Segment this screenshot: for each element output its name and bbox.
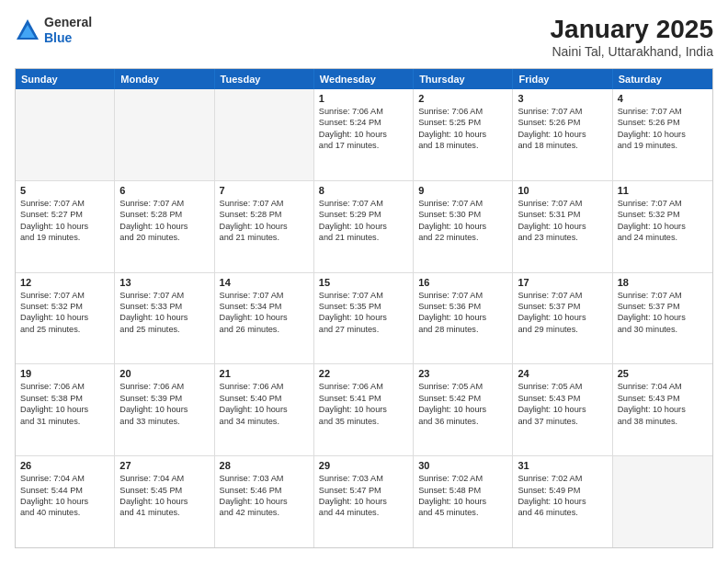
calendar-cell: 30Sunrise: 7:02 AMSunset: 5:48 PMDayligh… [414, 456, 513, 547]
cell-info-line: and 34 minutes. [220, 416, 309, 427]
cell-info-line: and 30 minutes. [618, 324, 708, 335]
cell-info-line: Sunrise: 7:07 AM [220, 198, 309, 209]
calendar-cell: 3Sunrise: 7:07 AMSunset: 5:26 PMDaylight… [513, 89, 612, 180]
day-number: 1 [319, 93, 408, 104]
cell-info-line: Daylight: 10 hours [518, 496, 607, 507]
cell-info-line: and 41 minutes. [119, 507, 209, 518]
cell-info-line: and 19 minutes. [618, 140, 708, 151]
cell-info-line: Daylight: 10 hours [418, 312, 507, 323]
day-number: 22 [319, 368, 408, 379]
calendar-cell: 18Sunrise: 7:07 AMSunset: 5:37 PMDayligh… [613, 273, 712, 364]
cell-info-line: and 42 minutes. [220, 507, 309, 518]
cell-info-line: Sunrise: 7:07 AM [618, 106, 708, 117]
cell-info-line: Sunset: 5:34 PM [220, 301, 309, 312]
day-number: 16 [418, 277, 507, 288]
cell-info-line: Sunset: 5:33 PM [119, 301, 209, 312]
cell-info-line: Sunset: 5:28 PM [119, 209, 209, 220]
calendar-cell: 16Sunrise: 7:07 AMSunset: 5:36 PMDayligh… [414, 273, 513, 364]
cell-info-line: Daylight: 10 hours [220, 312, 309, 323]
cell-info-line: Sunset: 5:43 PM [618, 393, 708, 404]
calendar-header-cell: Monday [115, 69, 214, 89]
cell-info-line: Sunset: 5:40 PM [220, 393, 309, 404]
cell-info-line: and 27 minutes. [319, 324, 408, 335]
day-number: 5 [20, 185, 109, 196]
calendar-cell: 31Sunrise: 7:02 AMSunset: 5:49 PMDayligh… [513, 456, 612, 547]
calendar-header-cell: Sunday [16, 69, 115, 89]
day-number: 6 [119, 185, 209, 196]
cell-info-line: Sunrise: 7:07 AM [319, 290, 408, 301]
cell-info-line: Sunset: 5:24 PM [319, 117, 408, 128]
calendar-cell: 26Sunrise: 7:04 AMSunset: 5:44 PMDayligh… [16, 456, 115, 547]
cell-info-line: Daylight: 10 hours [20, 496, 109, 507]
calendar-cell: 15Sunrise: 7:07 AMSunset: 5:35 PMDayligh… [314, 273, 414, 364]
cell-info-line: Sunset: 5:41 PM [319, 393, 408, 404]
day-number: 25 [618, 368, 708, 379]
cell-info-line: Daylight: 10 hours [20, 404, 109, 415]
cell-info-line: Sunset: 5:39 PM [119, 393, 209, 404]
cell-info-line: Daylight: 10 hours [418, 404, 507, 415]
calendar-cell: 2Sunrise: 7:06 AMSunset: 5:25 PMDaylight… [414, 89, 513, 180]
cell-info-line: Sunset: 5:25 PM [418, 117, 507, 128]
day-number: 9 [418, 185, 507, 196]
cell-info-line: Sunrise: 7:04 AM [20, 473, 109, 484]
logo-general-text: General [44, 15, 92, 30]
cell-info-line: Sunrise: 7:03 AM [220, 473, 309, 484]
cell-info-line: and 23 minutes. [518, 232, 607, 243]
cell-info-line: and 44 minutes. [319, 507, 408, 518]
cell-info-line: Sunrise: 7:07 AM [618, 290, 708, 301]
day-number: 27 [119, 460, 209, 471]
day-number: 2 [418, 93, 507, 104]
calendar-row: 19Sunrise: 7:06 AMSunset: 5:38 PMDayligh… [16, 364, 712, 456]
cell-info-line: Daylight: 10 hours [319, 404, 408, 415]
calendar-cell: 24Sunrise: 7:05 AMSunset: 5:43 PMDayligh… [513, 364, 612, 455]
cell-info-line: Daylight: 10 hours [319, 312, 408, 323]
day-number: 26 [20, 460, 109, 471]
cell-info-line: and 31 minutes. [20, 416, 109, 427]
cell-info-line: Sunrise: 7:07 AM [518, 198, 607, 209]
calendar-cell [215, 89, 314, 180]
cell-info-line: and 38 minutes. [618, 416, 708, 427]
calendar-cell: 20Sunrise: 7:06 AMSunset: 5:39 PMDayligh… [115, 364, 214, 455]
logo-text: General Blue [44, 15, 92, 46]
cell-info-line: and 36 minutes. [418, 416, 507, 427]
cell-info-line: Sunrise: 7:07 AM [418, 198, 507, 209]
day-number: 17 [518, 277, 607, 288]
cell-info-line: Daylight: 10 hours [119, 496, 209, 507]
calendar-cell: 28Sunrise: 7:03 AMSunset: 5:46 PMDayligh… [215, 456, 314, 547]
cell-info-line: and 40 minutes. [20, 507, 109, 518]
cell-info-line: Sunset: 5:46 PM [220, 485, 309, 496]
cell-info-line: and 21 minutes. [319, 232, 408, 243]
cell-info-line: Sunrise: 7:06 AM [418, 106, 507, 117]
calendar-cell: 27Sunrise: 7:04 AMSunset: 5:45 PMDayligh… [115, 456, 214, 547]
day-number: 18 [618, 277, 708, 288]
page-subtitle: Naini Tal, Uttarakhand, India [551, 44, 713, 59]
calendar-cell: 21Sunrise: 7:06 AMSunset: 5:40 PMDayligh… [215, 364, 314, 455]
cell-info-line: Sunset: 5:42 PM [418, 393, 507, 404]
calendar-row: 12Sunrise: 7:07 AMSunset: 5:32 PMDayligh… [16, 273, 712, 365]
calendar-cell: 6Sunrise: 7:07 AMSunset: 5:28 PMDaylight… [115, 181, 214, 272]
cell-info-line: and 21 minutes. [220, 232, 309, 243]
calendar-cell [115, 89, 214, 180]
cell-info-line: Sunset: 5:28 PM [220, 209, 309, 220]
day-number: 24 [518, 368, 607, 379]
cell-info-line: and 25 minutes. [20, 324, 109, 335]
calendar-header-cell: Saturday [613, 69, 712, 89]
cell-info-line: Daylight: 10 hours [418, 129, 507, 140]
day-number: 15 [319, 277, 408, 288]
page: General Blue January 2025 Naini Tal, Utt… [0, 0, 728, 563]
cell-info-line: Sunrise: 7:07 AM [418, 290, 507, 301]
cell-info-line: and 45 minutes. [418, 507, 507, 518]
cell-info-line: Sunrise: 7:05 AM [518, 381, 607, 392]
cell-info-line: Daylight: 10 hours [618, 312, 708, 323]
cell-info-line: Daylight: 10 hours [20, 312, 109, 323]
calendar-row: 1Sunrise: 7:06 AMSunset: 5:24 PMDaylight… [16, 89, 712, 181]
calendar-cell: 19Sunrise: 7:06 AMSunset: 5:38 PMDayligh… [16, 364, 115, 455]
calendar-cell: 9Sunrise: 7:07 AMSunset: 5:30 PMDaylight… [414, 181, 513, 272]
cell-info-line: Daylight: 10 hours [618, 129, 708, 140]
cell-info-line: and 17 minutes. [319, 140, 408, 151]
day-number: 10 [518, 185, 607, 196]
cell-info-line: Daylight: 10 hours [418, 221, 507, 232]
cell-info-line: Sunrise: 7:06 AM [20, 381, 109, 392]
cell-info-line: Sunset: 5:45 PM [119, 485, 209, 496]
day-number: 23 [418, 368, 507, 379]
